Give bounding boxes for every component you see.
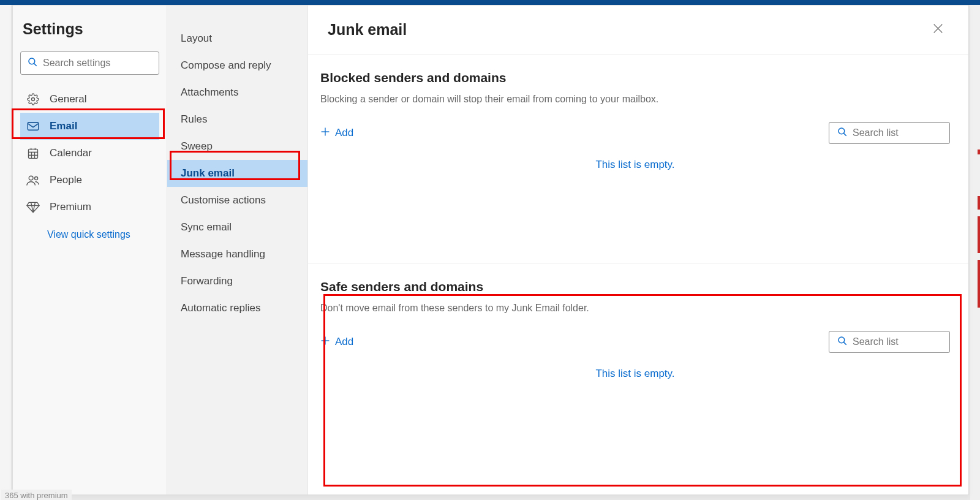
safe-search-input[interactable] bbox=[853, 336, 942, 347]
section-description: Don't move email from these senders to m… bbox=[320, 303, 950, 314]
sidebar-item-premium[interactable]: Premium bbox=[20, 194, 159, 221]
people-icon bbox=[26, 173, 40, 187]
sec-item-sync-email[interactable]: Sync email bbox=[167, 214, 307, 241]
sec-item-label: Forwarding bbox=[181, 275, 233, 287]
sec-item-label: Rules bbox=[181, 113, 207, 126]
search-icon bbox=[837, 335, 848, 349]
add-safe-button[interactable]: Add bbox=[320, 336, 353, 349]
settings-main-content: Junk email Blocked senders and domains B… bbox=[308, 6, 968, 494]
sidebar-item-label: Premium bbox=[50, 201, 91, 213]
section-blocked-senders: Blocked senders and domains Blocking a s… bbox=[308, 55, 968, 263]
sec-item-rules[interactable]: Rules bbox=[167, 106, 307, 133]
view-quick-settings-link[interactable]: View quick settings bbox=[20, 221, 159, 246]
sidebar-item-label: Calendar bbox=[50, 147, 92, 159]
sec-item-layout[interactable]: Layout bbox=[167, 25, 307, 52]
svg-point-2 bbox=[32, 98, 35, 101]
section-heading: Safe senders and domains bbox=[320, 279, 950, 294]
sec-item-attachments[interactable]: Attachments bbox=[167, 79, 307, 106]
settings-primary-sidebar: Settings General Email bbox=[13, 6, 167, 494]
sec-item-label: Compose and reply bbox=[181, 59, 271, 72]
add-blocked-button[interactable]: Add bbox=[320, 127, 353, 140]
svg-point-11 bbox=[29, 176, 33, 180]
add-label: Add bbox=[335, 336, 353, 348]
blocked-search-input[interactable] bbox=[853, 127, 942, 138]
sec-item-label: Junk email bbox=[181, 167, 235, 180]
settings-secondary-sidebar: Layout Compose and reply Attachments Rul… bbox=[167, 6, 308, 494]
sidebar-item-label: People bbox=[50, 174, 82, 186]
close-icon bbox=[933, 23, 943, 36]
sec-item-forwarding[interactable]: Forwarding bbox=[167, 268, 307, 295]
sidebar-item-label: Email bbox=[50, 120, 77, 132]
settings-search-input[interactable] bbox=[43, 58, 153, 69]
settings-title: Settings bbox=[20, 20, 159, 38]
sec-item-sweep[interactable]: Sweep bbox=[167, 133, 307, 160]
settings-dialog: Settings General Email bbox=[12, 5, 969, 495]
settings-search[interactable] bbox=[20, 51, 159, 75]
section-toolbar: Add bbox=[320, 122, 950, 144]
sec-item-message-handling[interactable]: Message handling bbox=[167, 241, 307, 268]
sec-item-label: Customise actions bbox=[181, 194, 266, 206]
main-scroll-area[interactable]: Blocked senders and domains Blocking a s… bbox=[308, 55, 968, 494]
section-toolbar: Add bbox=[320, 331, 950, 353]
add-label: Add bbox=[335, 127, 353, 139]
sec-item-label: Automatic replies bbox=[181, 302, 260, 314]
sidebar-item-label: General bbox=[50, 93, 86, 105]
section-safe-senders: Safe senders and domains Don't move emai… bbox=[308, 263, 968, 429]
safe-search-list[interactable] bbox=[829, 331, 950, 353]
sidebar-item-email[interactable]: Email bbox=[20, 113, 159, 140]
sec-item-compose-reply[interactable]: Compose and reply bbox=[167, 52, 307, 79]
svg-point-17 bbox=[839, 128, 845, 134]
gear-icon bbox=[26, 93, 40, 106]
diamond-icon bbox=[26, 200, 40, 214]
search-icon bbox=[837, 126, 848, 140]
bg-left-rail bbox=[0, 5, 11, 500]
app-top-bar bbox=[0, 0, 980, 5]
sec-item-label: Layout bbox=[181, 32, 212, 45]
sec-item-label: Attachments bbox=[181, 86, 239, 99]
svg-point-0 bbox=[29, 58, 35, 64]
svg-rect-4 bbox=[29, 149, 38, 158]
search-icon bbox=[27, 56, 43, 70]
sec-item-label: Sync email bbox=[181, 221, 232, 233]
safe-empty-message: This list is empty. bbox=[320, 364, 950, 423]
sec-item-label: Message handling bbox=[181, 248, 265, 260]
plus-icon bbox=[320, 336, 330, 349]
svg-rect-3 bbox=[28, 123, 39, 131]
sidebar-item-general[interactable]: General bbox=[20, 86, 159, 113]
svg-line-1 bbox=[34, 64, 37, 66]
mail-icon bbox=[26, 119, 40, 133]
svg-point-12 bbox=[35, 177, 38, 180]
blocked-search-list[interactable] bbox=[829, 122, 950, 144]
sec-item-customise-actions[interactable]: Customise actions bbox=[167, 187, 307, 214]
plus-icon bbox=[320, 127, 330, 140]
sidebar-item-people[interactable]: People bbox=[20, 167, 159, 194]
blocked-empty-message: This list is empty. bbox=[320, 155, 950, 257]
page-title: Junk email bbox=[328, 21, 927, 39]
bg-right-rail bbox=[970, 5, 980, 500]
sec-item-junk-email[interactable]: Junk email bbox=[167, 160, 307, 187]
bg-hint-text: 365 with premium bbox=[1, 490, 72, 500]
sidebar-item-calendar[interactable]: Calendar bbox=[20, 140, 159, 167]
svg-point-21 bbox=[839, 337, 845, 343]
svg-line-18 bbox=[844, 134, 846, 136]
close-button[interactable] bbox=[927, 19, 949, 41]
calendar-icon bbox=[26, 146, 40, 160]
svg-line-22 bbox=[844, 343, 846, 345]
sec-item-automatic-replies[interactable]: Automatic replies bbox=[167, 295, 307, 322]
main-header: Junk email bbox=[308, 6, 968, 55]
section-description: Blocking a sender or domain will stop th… bbox=[320, 94, 950, 105]
spacer bbox=[308, 429, 968, 494]
section-heading: Blocked senders and domains bbox=[320, 70, 950, 85]
sec-item-label: Sweep bbox=[181, 140, 213, 153]
